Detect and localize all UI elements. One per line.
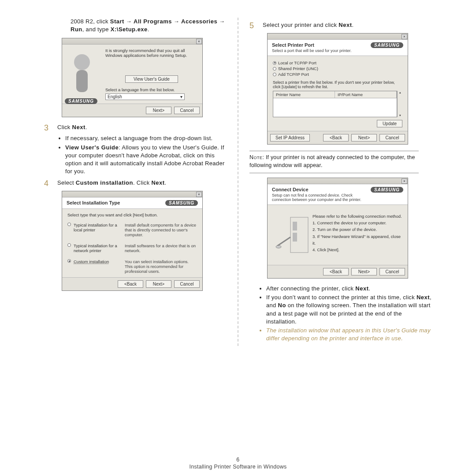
cancel-button[interactable]: Cancel [379,268,405,275]
radio-shared[interactable]: Shared Printer (UNC) [273,66,402,71]
opt-network[interactable]: Typical installation for a network print… [67,243,197,253]
column-divider [238,18,238,346]
italic-note: The installation window that appears in … [266,327,432,342]
brand-badge: SAMSUNG [65,98,97,104]
close-icon[interactable]: × [196,39,202,44]
next-button[interactable]: Next> [351,134,377,141]
step-4: 4 Select Custom installation. Click Next… [44,179,227,188]
left-column: 2008 R2, click Start → All Programs → Ac… [35,18,235,346]
after-bullets: After connecting the printer, click Next… [263,285,432,342]
brand-badge: SAMSUNG [371,187,403,193]
radio-local[interactable]: Local or TCP/IP Port [273,60,402,65]
printer-list[interactable]: Printer NameIP/Port Name [273,91,397,117]
close-icon[interactable]: × [402,34,407,39]
installer-illustration [62,45,102,102]
step-5: 5 Select your printer and click Next. [249,21,432,30]
note-rule [249,151,419,151]
next-button[interactable]: Next> [146,280,171,288]
opt-custom[interactable]: Custom installationYou can select instal… [67,259,197,274]
connection-illustration [273,213,312,257]
svg-point-5 [276,245,281,248]
dlg3-title: Select Printer Port [272,42,352,48]
dlg4-title: Connect Device [272,187,371,192]
chevron-down-icon: ▾ [180,94,182,99]
view-guide-button[interactable]: View User's Guide [125,75,178,83]
lang-label: Select a language from the list below. [105,87,198,92]
close-icon[interactable]: × [196,192,202,197]
back-button[interactable]: <Back [323,268,349,275]
dialog-install-type: × Select Installation Type SAMSUNG Selec… [62,191,203,291]
page-footer: 6 Installing Printer Software in Windows [0,457,476,470]
step-3: 3 Click Next. [44,123,227,133]
radio-addtcp[interactable]: Add TCP/IP Port [273,72,402,77]
footer-title: Installing Printer Software in Windows [189,464,286,470]
step3-bullets: If necessary, select a language from the… [62,134,227,175]
intro-text: 2008 R2, click Start → All Programs → Ac… [71,18,227,33]
close-icon[interactable]: × [402,178,407,184]
back-button[interactable]: <Back [323,134,349,141]
cancel-button[interactable]: Cancel [174,280,200,288]
brand-badge: SAMSUNG [165,200,198,206]
setip-button[interactable]: Set IP Address [270,134,310,141]
titlebar: × [62,38,202,45]
svg-rect-1 [76,70,88,92]
dialog-connect-device: × Connect Device Setup can not find a co… [267,178,408,279]
page-number: 6 [0,457,476,463]
update-button[interactable]: Update [377,120,402,127]
svg-rect-3 [293,222,297,231]
dialog-select-port: × Select Printer Port Select a port that… [267,33,408,145]
brand-badge: SAMSUNG [371,42,403,48]
back-button[interactable]: <Back [118,280,143,288]
svg-rect-4 [293,233,297,242]
next-button[interactable]: Next> [351,268,377,275]
language-select[interactable]: English▾ [105,93,185,100]
svg-point-0 [74,54,90,70]
cancel-button[interactable]: Cancel [174,107,200,114]
note-text: Note: If your printer is not already con… [249,154,419,169]
dialog-setup-language: × It is strongly recommended that you qu… [62,38,203,117]
cancel-button[interactable]: Cancel [379,134,405,141]
recommend-text: It is strongly recommended that you quit… [105,48,198,58]
scrollbar[interactable]: ▴▾ [397,91,402,117]
dlg2-title: Select Installation Type [67,200,120,205]
next-button[interactable]: Next> [146,107,171,114]
right-column: 5 Select your printer and click Next. × … [241,18,441,346]
opt-local[interactable]: Typical installation for a local printer… [67,223,197,237]
